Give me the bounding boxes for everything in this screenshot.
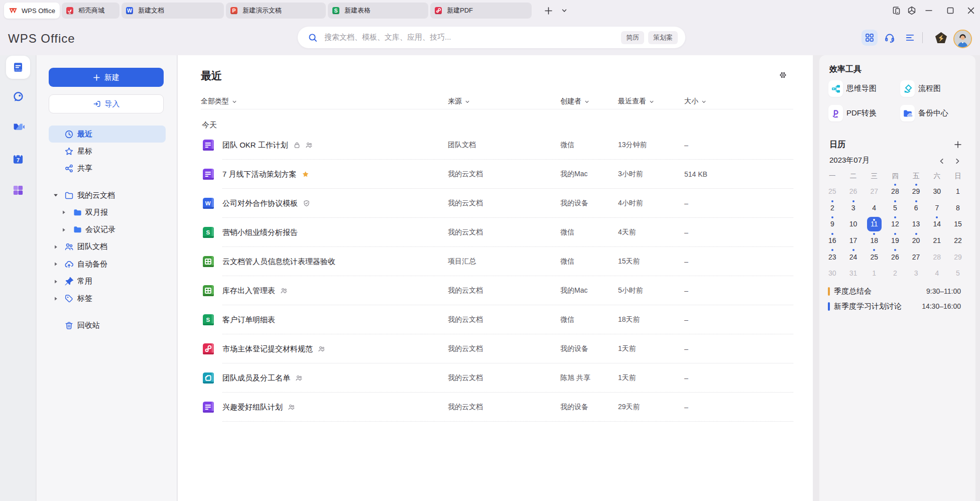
file-name[interactable]: 客户订单明细表 — [222, 315, 275, 325]
calendar-day[interactable]: 25 — [864, 248, 885, 265]
sidebar-item-bimonthly-report[interactable]: 双月报 — [49, 204, 166, 221]
calendar-day[interactable]: 27 — [906, 248, 927, 265]
calendar-day[interactable]: 4 — [864, 200, 885, 216]
filter-source[interactable]: 来源 — [448, 97, 470, 106]
rail-item-documents[interactable] — [6, 56, 30, 79]
minimize-icon[interactable] — [924, 6, 934, 16]
file-name[interactable]: 团队 OKR 工作计划 — [222, 141, 313, 150]
calendar-day[interactable]: 2 — [885, 265, 906, 282]
file-name[interactable]: 团队成员及分工名单 — [222, 373, 303, 383]
calendar-day[interactable]: 20 — [906, 232, 927, 249]
file-name[interactable]: 营销小组业绩分析报告 — [222, 228, 298, 237]
calendar-next-icon[interactable] — [954, 157, 960, 163]
file-name[interactable]: 市场主体登记提交材料规范 — [222, 344, 325, 354]
search-tag-resume[interactable]: 简历 — [621, 31, 644, 44]
maximize-icon[interactable] — [945, 6, 955, 16]
sidebar-item-team-docs[interactable]: 团队文档 — [49, 238, 166, 256]
calendar-day[interactable]: 24 — [843, 248, 864, 265]
calendar-day[interactable]: 29 — [947, 248, 968, 265]
caret-right-icon[interactable] — [61, 227, 66, 232]
file-row[interactable]: 库存出入管理表 我的云文档 我的Mac 5小时前 – — [178, 276, 813, 305]
tab-home[interactable]: WPS Office — [4, 3, 60, 19]
tab-new-presentation[interactable]: P新建演示文稿 — [226, 3, 326, 19]
sidebar-item-meeting-notes[interactable]: 会议记录 — [49, 221, 166, 238]
file-row[interactable]: 云文档管人员信息统计表理器验收 项目汇总 微信 15天前 – — [178, 247, 813, 276]
filter-size[interactable]: 大小 — [684, 97, 706, 106]
tab-new-spreadsheet[interactable]: S新建表格 — [328, 3, 428, 19]
calendar-day[interactable]: 13 — [906, 216, 927, 232]
settings-gear-icon[interactable] — [779, 71, 787, 79]
caret-right-icon[interactable] — [53, 262, 58, 267]
tab-new-pdf[interactable]: 新建PDF — [430, 3, 532, 19]
calendar-day[interactable]: 7 — [926, 200, 947, 216]
file-row[interactable]: S 营销小组业绩分析报告 我的云文档 微信 4天前 – — [178, 218, 813, 247]
calendar-day[interactable]: 2 — [822, 200, 843, 216]
sidebar-item-my-cloud-docs[interactable]: 我的云文档 — [49, 187, 166, 204]
file-name[interactable]: 库存出入管理表 — [222, 286, 288, 296]
apps-grid-button[interactable] — [862, 30, 878, 46]
calendar-day[interactable]: 26 — [885, 248, 906, 265]
filter-creator[interactable]: 创建者 — [560, 97, 589, 106]
tab-docer-mall[interactable]: 稻壳商城 — [62, 3, 119, 19]
rail-item-calendar[interactable]: 7 — [6, 148, 30, 171]
file-row[interactable]: 市场主体登记提交材料规范 我的云文档 我的设备 1天前 – — [178, 334, 813, 363]
calendar-add-icon[interactable] — [954, 141, 962, 149]
calendar-day[interactable]: 3 — [906, 265, 927, 282]
calendar-day[interactable]: 5 — [885, 200, 906, 216]
cube-icon[interactable] — [907, 6, 917, 16]
calendar-day[interactable]: 16 — [822, 232, 843, 249]
calendar-day[interactable]: 25 — [822, 183, 843, 200]
menu-icon[interactable] — [905, 33, 915, 42]
filter-viewed[interactable]: 最近查看 — [618, 97, 654, 106]
headset-icon[interactable] — [884, 32, 895, 43]
rail-item-chat[interactable] — [6, 85, 30, 108]
calendar-event[interactable]: 季度总结会 9:30–11:00 — [828, 284, 961, 299]
new-document-button[interactable]: 新建 — [49, 68, 164, 87]
close-icon[interactable] — [966, 6, 976, 16]
calendar-event[interactable]: 新季度学习计划讨论 14:30–16:00 — [828, 299, 961, 314]
calendar-day[interactable]: 12 — [885, 216, 906, 232]
caret-right-icon[interactable] — [53, 279, 58, 284]
sidebar-item-starred[interactable]: 星标 — [49, 143, 166, 160]
calendar-day[interactable]: 30 — [822, 265, 843, 282]
calendar-day[interactable]: 17 — [843, 232, 864, 249]
calendar-prev-icon[interactable] — [939, 157, 945, 163]
sidebar-item-auto-backup[interactable]: 自动备份 — [49, 256, 166, 273]
sidebar-item-shared[interactable]: 共享 — [49, 160, 166, 177]
tool-pdf-convert[interactable]: PDF转换 — [828, 105, 877, 121]
file-row[interactable]: 7 月线下活动策划方案 我的云文档 我的Mac 3小时前 514 KB — [178, 160, 813, 189]
file-row[interactable]: S 客户订单明细表 我的云文档 微信 18天前 – — [178, 305, 813, 334]
calendar-day[interactable]: 18 — [864, 232, 885, 249]
calendar-day[interactable]: 19 — [885, 232, 906, 249]
calendar-day[interactable]: 1 — [947, 183, 968, 200]
calendar-day[interactable]: 31 — [843, 265, 864, 282]
rail-item-apps[interactable] — [6, 179, 30, 202]
search-bar[interactable]: 搜索文档、模板、文库、应用、技巧... 简历 策划案 — [298, 27, 685, 48]
tool-flowchart[interactable]: 流程图 — [900, 80, 941, 97]
file-name[interactable]: 兴趣爱好组队计划 — [222, 403, 295, 412]
calendar-day[interactable]: 1 — [864, 265, 885, 282]
calendar-day[interactable]: 26 — [843, 183, 864, 200]
calendar-day[interactable]: 22 — [947, 232, 968, 249]
file-row[interactable]: W 公司对外合作协议模板 我的云文档 我的设备 4小时前 – — [178, 189, 813, 218]
caret-down-icon[interactable] — [53, 193, 58, 198]
sidebar-item-tags[interactable]: 标签 — [49, 290, 166, 307]
tool-mindmap[interactable]: 思维导图 — [828, 80, 877, 97]
calendar-day[interactable]: 3 — [843, 200, 864, 216]
svip-badge-icon[interactable] — [934, 31, 948, 45]
calendar-day[interactable]: 9 — [822, 216, 843, 232]
calendar-day[interactable]: 28 — [885, 183, 906, 200]
new-tab-button[interactable] — [541, 3, 556, 19]
tab-list-chevron[interactable] — [558, 3, 571, 19]
mobile-icon[interactable] — [892, 6, 902, 16]
caret-right-icon[interactable] — [53, 296, 58, 301]
file-row[interactable]: 团队 OKR 工作计划 团队文档 微信 13分钟前 – — [178, 131, 813, 160]
sidebar-item-frequent[interactable]: 常用 — [49, 273, 166, 290]
search-tag-plan[interactable]: 策划案 — [648, 31, 678, 44]
calendar-day[interactable]: 14 — [926, 216, 947, 232]
calendar-day[interactable]: 10 — [843, 216, 864, 232]
rail-item-video[interactable] — [6, 115, 30, 139]
calendar-day[interactable]: 15 — [947, 216, 968, 232]
calendar-day[interactable]: 4 — [926, 265, 947, 282]
calendar-day[interactable]: 11 — [864, 216, 885, 232]
